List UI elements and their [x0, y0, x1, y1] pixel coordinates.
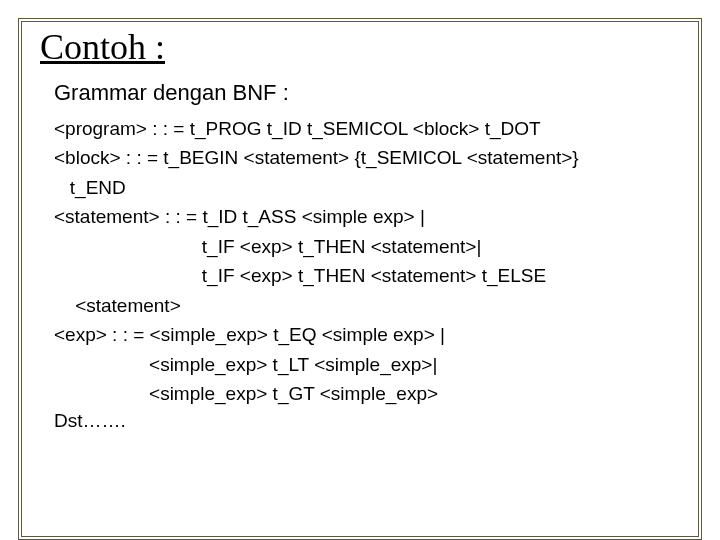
page-title: Contoh : — [40, 26, 680, 68]
bnf-block: <program> : : = t_PROG t_ID t_SEMICOL <b… — [54, 114, 680, 408]
bnf-line: t_END — [54, 173, 680, 202]
bnf-line: <simple_exp> t_GT <simple_exp> — [54, 379, 680, 408]
footer-text: Dst……. — [54, 410, 680, 432]
bnf-line: <simple_exp> t_LT <simple_exp>| — [54, 350, 680, 379]
bnf-line: t_IF <exp> t_THEN <statement>| — [54, 232, 680, 261]
bnf-line: t_IF <exp> t_THEN <statement> t_ELSE — [54, 261, 680, 290]
bnf-line: <exp> : : = <simple_exp> t_EQ <simple ex… — [54, 320, 680, 349]
bnf-line: <program> : : = t_PROG t_ID t_SEMICOL <b… — [54, 114, 680, 143]
bnf-line: <statement> — [54, 291, 680, 320]
subtitle: Grammar dengan BNF : — [54, 80, 680, 106]
slide: Contoh : Grammar dengan BNF : <program> … — [18, 18, 702, 540]
bnf-line: <statement> : : = t_ID t_ASS <simple exp… — [54, 202, 680, 231]
bnf-line: <block> : : = t_BEGIN <statement> {t_SEM… — [54, 143, 680, 172]
